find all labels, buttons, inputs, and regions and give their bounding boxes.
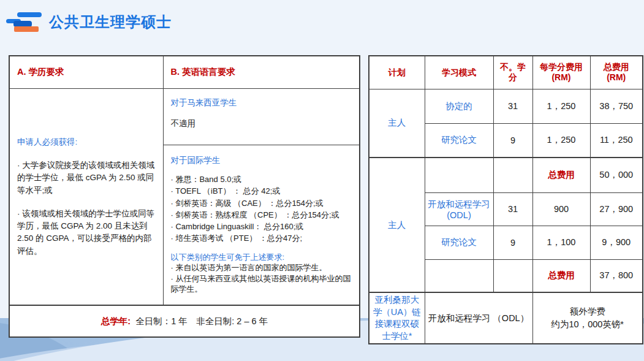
header-credits: 不。学分 [493, 56, 532, 89]
fees-header-row: 计划 学习模式 不。学分 每学分费用 (RM) 总费用 (RM) [369, 56, 643, 89]
test-item-pte: · 培生英语考试 （PTE） ：总分47分; [171, 233, 352, 243]
mode-cell: 研究论文 [425, 123, 493, 158]
slide-header: 公共卫生理学硕士 [6, 7, 172, 37]
ua-fee-line1: 额外学费 [536, 305, 640, 318]
mode-cell: 协定的 [425, 89, 493, 123]
mode-cell: 开放和远程学习 (ODL) [425, 192, 493, 226]
requirements-table: A. 学历要求 B. 英语语言要求 申请人必须获得: · 大学参议院接受的该领域… [9, 55, 360, 338]
plan-group2-cell: 主人 [369, 158, 425, 292]
logo-bar-top [17, 12, 42, 17]
ua-fee-cell: 额外学费 约为10，000英镑* [532, 292, 643, 344]
ua-mode-cell: 开放和远程学习 （ODL） [425, 292, 532, 344]
test-item-cae: · 剑桥英语：高级 （CAE） ：总分154分;或 [171, 198, 352, 208]
total-fee-label: 总费用 [548, 270, 575, 280]
total-cell: 9，900 [590, 226, 643, 259]
header-mode-label: 学习模式 [442, 67, 476, 77]
qualification-item-1: · 大学参议院接受的该领域或相关领域的学士学位，最低 cGPA 为 2.50 或… [17, 159, 156, 197]
exemption-label: 以下类别的学生可免于上述要求: [171, 252, 352, 262]
test-item-linguaskill: · Cambridge Linguaskill： 总分160;或 [171, 221, 352, 232]
header-per-credit: 每学分费用 (RM) [532, 56, 590, 89]
malaysian-students-value: 不適用 [171, 118, 352, 129]
test-item-ielts: · 雅思：Band 5.0;或 [171, 174, 352, 184]
english-test-list: · 雅思：Band 5.0;或 · TOEFL （iBT） ： 总分 42;或 … [171, 174, 352, 243]
total-cell: 11，250 [590, 123, 643, 158]
duration-row: 总学年: 全日制：1 年 非全日制: 2 – 6 年 [9, 305, 360, 337]
empty-mode-cell [425, 259, 493, 292]
requirements-header-row: A. 学历要求 B. 英语语言要求 [9, 56, 360, 88]
per-credit-cell: 1，250 [532, 89, 590, 123]
international-students-cell: 对于国际学生 · 雅思：Band 5.0;或 · TOEFL （iBT） ： 总… [163, 145, 360, 305]
malaysian-students-label: 对于马来西亚学生 [171, 97, 352, 108]
test-item-cpe: · 剑桥英语：熟练程度 （CPE） ：总分154分;或 [171, 210, 352, 220]
header-total-line2: (RM) [593, 72, 640, 83]
fees-table: 计划 学习模式 不。学分 每学分费用 (RM) 总费用 (RM) 主人 协定的 … [368, 55, 643, 344]
total-cell: 37，800 [590, 259, 643, 292]
header-english-label: B. 英语语言要求 [171, 67, 236, 77]
per-credit-cell: 1，250 [532, 123, 590, 158]
duration-value: 全日制：1 年 非全日制: 2 – 6 年 [135, 316, 268, 326]
requirements-body-row: 申请人必须获得: · 大学参议院接受的该领域或相关领域的学士学位，最低 cGPA… [9, 88, 360, 145]
academic-requirements-cell: 申请人必须获得: · 大学参议院接受的该领域或相关领域的学士学位，最低 cGPA… [9, 88, 163, 305]
header-academic-requirements: A. 学历要求 [9, 56, 163, 88]
credits-cell: 31 [493, 89, 532, 123]
total-cell: 50，000 [590, 158, 643, 192]
qualification-item-2: · 该领域或相关领域的学士学位或同等学历，最低 CGPA 为 2.00 且未达到… [17, 208, 156, 257]
fee-row-ua-link: 亚利桑那大学（UA）链接课程双硕士学位* 开放和远程学习 （ODL） 额外学费 … [369, 292, 643, 344]
credits-cell: 9 [493, 226, 532, 259]
header-english-requirements: B. 英语语言要求 [163, 56, 360, 88]
header-credits-label: 不。学分 [500, 62, 526, 83]
total-cell: 38，750 [590, 89, 643, 123]
per-credit-cell: 900 [532, 192, 590, 226]
header-total-line1: 总费用 [593, 62, 640, 73]
fee-row-total1: 主人 总费用 50，000 [369, 158, 643, 192]
logo-icon [6, 10, 44, 34]
test-item-toefl: · TOEFL （iBT） ： 总分 42;或 [171, 186, 352, 196]
logo-bar-orange [14, 26, 39, 32]
total-fee-label-cell: 总费用 [532, 158, 590, 192]
header-plan-label: 计划 [388, 67, 406, 77]
ua-fee-line2: 约为10，000英镑* [536, 318, 640, 331]
per-credit-cell: 1，100 [532, 226, 590, 259]
header-per-credit-line2: (RM) [536, 72, 588, 83]
ua-plan-cell: 亚利桑那大学（UA）链接课程双硕士学位* [369, 292, 425, 344]
plan-group1-cell: 主人 [369, 89, 425, 158]
page-title: 公共卫生理学硕士 [49, 12, 172, 32]
duration-label: 总学年: [101, 316, 131, 326]
empty-credits-cell [493, 259, 532, 292]
empty-mode-cell [425, 158, 493, 192]
header-plan: 计划 [369, 56, 425, 89]
exemption-item-1: · 来自以英语为第一语言的国家的国际学生。 [171, 262, 352, 273]
credits-cell: 9 [493, 123, 532, 158]
malaysian-students-cell: 对于马来西亚学生 不適用 [163, 88, 360, 145]
header-academic-label: A. 学历要求 [17, 67, 64, 77]
total-fee-label: 总费用 [548, 170, 575, 180]
duration-cell: 总学年: 全日制：1 年 非全日制: 2 – 6 年 [9, 305, 360, 337]
empty-credits-cell [493, 158, 532, 192]
credits-cell: 31 [493, 192, 532, 226]
exemption-item-2: · 从任何马来西亚或其他以英语授课的机构毕业的国际学生。 [171, 273, 352, 294]
mode-cell: 研究论文 [425, 226, 493, 259]
header-mode: 学习模式 [425, 56, 493, 89]
total-fee-label-cell: 总费用 [532, 259, 590, 292]
header-total: 总费用 (RM) [590, 56, 643, 89]
header-per-credit-line1: 每学分费用 [536, 62, 588, 73]
total-cell: 27，900 [590, 192, 643, 226]
qualification-intro: 申请人必须获得: [17, 136, 156, 148]
fee-row-coursework: 主人 协定的 31 1，250 38，750 [369, 89, 643, 123]
international-students-label: 对于国际学生 [171, 155, 352, 166]
